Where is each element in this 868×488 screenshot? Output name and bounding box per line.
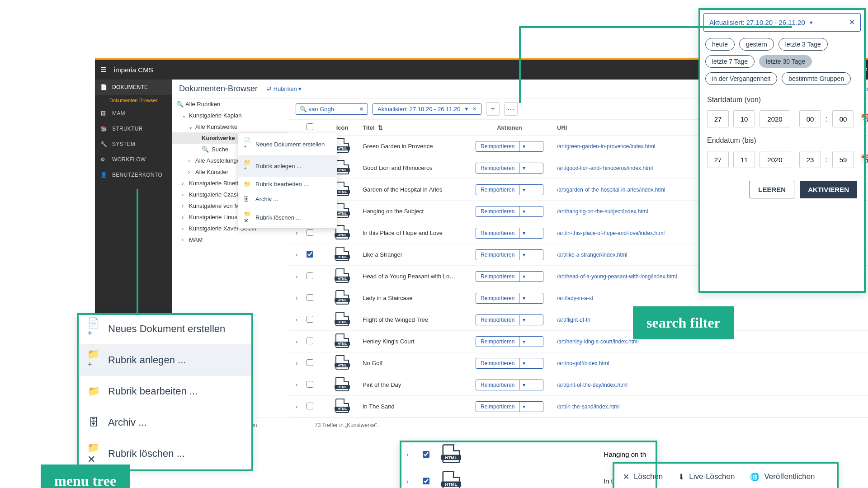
row-title[interactable]: Flight of the Winged Tree [363,316,476,323]
filter-chip[interactable]: gestern [739,38,774,51]
action-dropdown-icon[interactable]: ▾ [519,163,528,173]
bigmenu-archiv-[interactable]: 🗄Archiv ... [77,407,253,438]
action-dropdown-icon[interactable]: ▾ [519,337,528,347]
row-checkbox[interactable] [307,338,313,344]
row-checkbox[interactable] [307,229,313,236]
row-title[interactable]: In this Place of Hope and Love [363,230,476,236]
row-checkbox[interactable] [307,294,313,301]
clear-search-icon[interactable]: ✕ [359,106,364,113]
add-filter-button[interactable]: + [486,102,500,116]
expand-row-icon[interactable]: › [296,360,307,366]
row-checkbox[interactable] [423,478,429,484]
rubriken-dropdown[interactable]: ⇄ Rubriken ▾ [267,85,302,92]
start-hour-input[interactable] [799,110,821,127]
end-year-input[interactable] [760,151,790,168]
start-day-input[interactable] [707,110,729,127]
end-month-input[interactable] [733,151,755,168]
nav-benutzerkonto[interactable]: 👤BENUTZERKONTO [95,167,172,183]
nav-sub-dokumenten-browser[interactable]: Dokumenten-Browser [95,95,172,106]
ctx-neues-dokument-erstellen[interactable]: 📄⁺Neues Dokument erstellen [238,133,337,155]
row-title[interactable]: Green Garden in Provence [363,143,476,150]
row-uri[interactable]: /art/pint-of-the-day/index.html [543,382,868,388]
reimport-button[interactable]: Reimportieren▾ [476,228,543,239]
expand-row-icon[interactable]: › [296,295,307,301]
reimport-button[interactable]: Reimportieren▾ [476,336,543,347]
bigmenu-neues-dokument-erstellen[interactable]: 📄⁺Neues Dokument erstellen [77,314,253,345]
tree-item[interactable]: ›MAM [172,234,289,245]
row-title[interactable]: No Golf [363,360,476,366]
hamburger-icon[interactable]: ☰ [100,66,109,74]
row-checkbox[interactable] [307,381,313,388]
row-checkbox[interactable] [307,316,313,323]
reimport-button[interactable]: Reimportieren▾ [476,293,543,304]
col-icon[interactable]: Icon [322,124,363,131]
reimport-button[interactable]: Reimportieren▾ [476,206,543,217]
filter-panel-header[interactable]: Aktualisiert: 27.10.20 - 26.11.20▼ ✕ [703,13,861,32]
reimport-button[interactable]: Reimportieren▾ [476,314,543,325]
row-uri[interactable]: /art/lady-in-a-st [543,295,868,301]
expand-row-icon[interactable]: › [296,230,307,236]
row-checkbox[interactable] [307,272,313,279]
bigmenu-rubrik-bearbeiten-[interactable]: 📁Rubrik bearbeiten ... [77,376,253,407]
reimport-button[interactable]: Reimportieren▾ [476,401,543,412]
nav-system[interactable]: 🔧SYSTEM [95,136,172,152]
row-title[interactable]: Pint of the Day [363,381,476,388]
more-actions-button[interactable]: ⋯ [504,102,518,116]
expand-row-icon[interactable]: › [296,338,307,345]
apply-filter-button[interactable]: AKTIVIEREN [800,181,857,198]
action-dropdown-icon[interactable]: ▾ [519,141,528,151]
row-title[interactable]: In The Sand [363,403,476,410]
filter-chip[interactable]: bestimmte Gruppen [782,72,851,85]
bulk-löschen[interactable]: ✕Löschen [623,472,663,482]
action-dropdown-icon[interactable]: ▾ [519,380,528,390]
row-title[interactable]: Garden of the Hospital in Arles [363,186,476,193]
row-title[interactable]: Hanging on the Subject [363,208,476,215]
clear-filter-button[interactable]: LEEREN [750,181,794,198]
reimport-button[interactable]: Reimportieren▾ [476,249,543,260]
col-title[interactable]: Titel ⇅ [363,124,476,131]
action-dropdown-icon[interactable]: ▾ [519,228,528,238]
row-uri[interactable]: /art/in-the-sand/index.html [543,404,868,410]
ctx-rubrik-anlegen-[interactable]: 📁⁺Rubrik anlegen ... [238,155,337,177]
ctx-archiv-[interactable]: 🗄Archiv ... [238,192,337,206]
row-checkbox[interactable] [307,403,313,409]
reimport-button[interactable]: Reimportieren▾ [476,380,543,390]
row-title[interactable]: Henley King's Court [363,338,476,345]
row-uri[interactable]: /art/no-golf/index.html [543,360,868,366]
expand-row-icon[interactable]: › [406,450,415,458]
filter-chip[interactable]: letzte 3 Tage [778,38,828,51]
filter-chip[interactable]: in der Vergangenheit [705,72,777,85]
action-dropdown-icon[interactable]: ▾ [519,402,528,412]
filter-chip[interactable]: heute [705,38,735,51]
expand-row-icon[interactable]: › [406,477,415,485]
row-title[interactable]: Lady in a Staircase [363,295,476,301]
action-dropdown-icon[interactable]: ▾ [519,293,528,303]
tree-item[interactable]: ⌄Kunstgalerie Kaplan [172,110,289,121]
tree-item[interactable]: ⌄Alle Kunstwerke [172,121,289,132]
start-calendar-icon[interactable]: 📅 [860,113,868,124]
bulk-live-löschen[interactable]: ⬇Live-Löschen [678,472,735,482]
filter-chip[interactable]: letzte 30 Tage [759,55,812,68]
row-title[interactable]: Good Lion and Rhinoceros [363,164,476,171]
row-title[interactable]: Like a Stranger [363,251,476,258]
row-title[interactable]: Head of a Young Peasant with Lo… [363,273,476,280]
expand-row-icon[interactable]: › [296,403,307,410]
search-input[interactable]: 🔍 van Gogh✕ [296,103,368,115]
expand-row-icon[interactable]: › [296,316,307,323]
ctx-rubrik-l-schen-[interactable]: 📁✕Rubrik löschen ... [238,206,337,228]
nav-dokumente[interactable]: 📄DOKUMENTE [95,80,172,95]
expand-row-icon[interactable]: › [296,251,307,258]
action-dropdown-icon[interactable]: ▾ [519,250,528,260]
remove-filter-icon[interactable]: ✕ [472,106,476,112]
row-checkbox[interactable] [307,251,313,258]
nav-workflow[interactable]: ⚙WORKFLOW [95,152,172,167]
start-month-input[interactable] [733,110,755,127]
reimport-button[interactable]: Reimportieren▾ [476,163,543,174]
action-dropdown-icon[interactable]: ▾ [519,206,528,216]
row-checkbox[interactable] [307,359,313,366]
end-day-input[interactable] [707,151,729,168]
action-dropdown-icon[interactable]: ▾ [519,185,528,195]
end-hour-input[interactable] [799,151,821,168]
reimport-button[interactable]: Reimportieren▾ [476,358,543,369]
date-filter-pill[interactable]: Aktualisiert: 27.10.20 - 26.11.20▼✕ [373,103,481,115]
